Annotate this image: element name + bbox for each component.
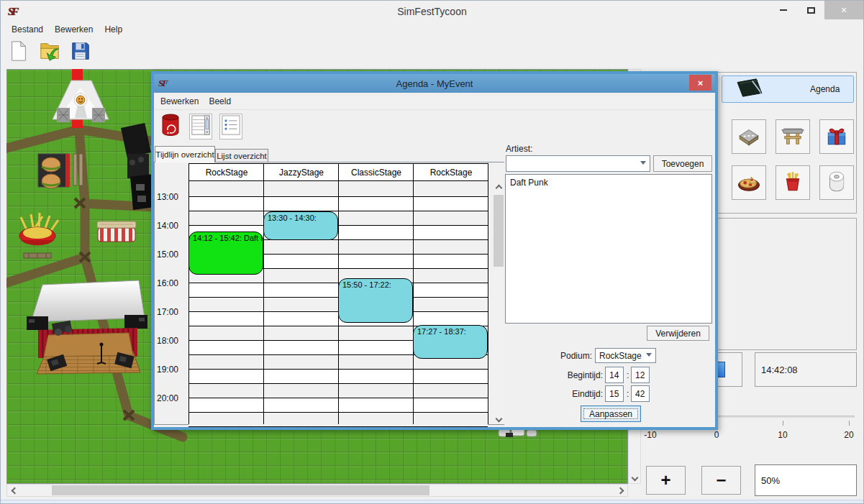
timeline-view-icon bbox=[191, 114, 211, 139]
slider-tick-label: -10 bbox=[636, 430, 665, 440]
zoom-out-button[interactable]: − bbox=[701, 466, 741, 495]
time-label: 14:00 bbox=[157, 221, 187, 231]
end-hour-field[interactable]: 15 bbox=[605, 385, 624, 402]
grid-column-line bbox=[263, 163, 264, 424]
window-title: SimFestTycoon bbox=[1, 6, 863, 17]
schedule-event-13-30[interactable]: 13:30 - 14:30: bbox=[263, 211, 338, 240]
maximize-button[interactable] bbox=[797, 1, 824, 19]
shop-item-torii-gate[interactable] bbox=[776, 119, 810, 154]
time-label: 13:00 bbox=[157, 192, 187, 202]
add-artist-button[interactable]: Toevoegen bbox=[653, 155, 712, 172]
time-label: 15:00 bbox=[157, 249, 187, 260]
schedule-event-14-12[interactable]: 14:12 - 15:42: Daft Punk bbox=[188, 232, 263, 275]
podium-label: Podium: bbox=[552, 351, 592, 361]
end-minute-field[interactable]: 42 bbox=[631, 385, 650, 402]
slider-tick-mark bbox=[849, 421, 850, 426]
remove-artist-button[interactable]: Verwijderen bbox=[647, 326, 709, 341]
begin-minute-field[interactable]: 12 bbox=[631, 367, 650, 383]
time-separator: : bbox=[627, 370, 629, 380]
fries-icon bbox=[781, 169, 805, 196]
time-label: 16:00 bbox=[157, 278, 187, 288]
apply-button[interactable]: Aanpassen bbox=[581, 406, 641, 422]
time-label: 18:00 bbox=[157, 336, 187, 346]
podium-combobox[interactable]: RockStage bbox=[595, 348, 656, 363]
tab-lijst-overzicht[interactable]: Lijst overzicht bbox=[215, 149, 268, 162]
podium-combobox-value: RockStage bbox=[599, 351, 642, 361]
new-file-icon bbox=[8, 40, 29, 65]
shop-item-pizza[interactable] bbox=[732, 165, 766, 200]
game-clock: 14:42:08 bbox=[755, 352, 857, 387]
main-menubar: BestandBewerkenHelp bbox=[1, 22, 863, 37]
schedule-scroll-up-icon[interactable] bbox=[493, 182, 504, 193]
schedule-scroll-down-icon[interactable] bbox=[493, 413, 504, 424]
zoom-in-button[interactable]: + bbox=[646, 466, 686, 495]
toilet-paper-icon bbox=[824, 169, 849, 196]
minimize-button[interactable] bbox=[770, 1, 797, 19]
dialog-logo-icon: SF bbox=[158, 78, 167, 89]
schedule-event-17-27[interactable]: 17:27 - 18:37: bbox=[413, 325, 488, 359]
menu-item-bestand[interactable]: Bestand bbox=[6, 23, 48, 36]
grid-column-line bbox=[188, 163, 189, 424]
main-window: SF SimFestTycoon × BestandBewerkenHelp bbox=[0, 0, 864, 504]
entrance-tent bbox=[53, 81, 109, 122]
agenda-dialog: Agenda - MyEvent SF × BewerkenBeeld Tijd… bbox=[151, 71, 718, 430]
schedule-scroll-thumb[interactable] bbox=[494, 195, 504, 267]
open-file-button[interactable] bbox=[37, 40, 62, 65]
schedule-event-15-50[interactable]: 15:50 - 17:22: bbox=[338, 278, 413, 322]
chevron-down-icon bbox=[646, 353, 652, 357]
delete-button[interactable] bbox=[159, 114, 182, 139]
main-stage bbox=[27, 280, 147, 374]
dialog-title: Agenda - MyEvent bbox=[154, 78, 715, 89]
grid-column-line bbox=[488, 163, 488, 424]
dialog-menu-item-bewerken[interactable]: Bewerken bbox=[155, 95, 204, 108]
begin-hour-field[interactable]: 14 bbox=[605, 367, 624, 383]
open-file-icon bbox=[39, 40, 60, 65]
schedule-scrollbar[interactable] bbox=[493, 162, 504, 424]
equipment-stack bbox=[121, 123, 155, 210]
stage-column-header: RockStage bbox=[414, 164, 488, 180]
info-panel bbox=[717, 218, 857, 350]
map-horizontal-scrollbar[interactable] bbox=[6, 484, 628, 497]
dialog-titlebar[interactable]: Agenda - MyEvent SF × bbox=[154, 74, 715, 93]
dialog-menu-item-beeld[interactable]: Beeld bbox=[204, 95, 236, 108]
timeline-view-button[interactable] bbox=[189, 114, 212, 139]
scroll-right-icon[interactable] bbox=[614, 485, 626, 496]
menu-item-bewerken[interactable]: Bewerken bbox=[50, 23, 98, 36]
stage-column-header: RockStage bbox=[189, 164, 264, 180]
close-button[interactable]: × bbox=[824, 1, 863, 19]
scroll-left-icon[interactable] bbox=[9, 485, 20, 496]
time-label: 20:00 bbox=[157, 393, 187, 403]
road-tile-icon bbox=[737, 123, 761, 150]
dialog-toolbar bbox=[154, 110, 715, 143]
agenda-notebook-icon bbox=[722, 77, 765, 101]
main-titlebar: SF SimFestTycoon × bbox=[1, 1, 863, 22]
zoom-level-field[interactable]: 50% bbox=[755, 464, 857, 496]
artist-combobox[interactable] bbox=[506, 155, 650, 172]
window-bottom-edge bbox=[1, 500, 863, 504]
map-hscroll-thumb[interactable] bbox=[52, 485, 429, 495]
agenda-button[interactable]: Agenda bbox=[722, 75, 854, 103]
scroll-down-icon[interactable] bbox=[629, 472, 640, 483]
save-file-button[interactable] bbox=[68, 40, 93, 65]
menu-item-help[interactable]: Help bbox=[99, 23, 127, 36]
shop-item-gift[interactable] bbox=[819, 119, 854, 154]
burger-stand bbox=[38, 154, 70, 188]
shop-item-toilet-paper[interactable] bbox=[819, 165, 854, 200]
gift-icon bbox=[824, 123, 849, 150]
dialog-close-button[interactable]: × bbox=[689, 75, 711, 91]
list-view-button[interactable] bbox=[219, 114, 242, 139]
artist-listbox[interactable]: Daft Punk bbox=[505, 174, 712, 324]
striped-stall bbox=[97, 221, 136, 242]
list-item-daft-punk[interactable]: Daft Punk bbox=[506, 175, 711, 188]
grid-column-line bbox=[413, 163, 414, 424]
time-label: 19:00 bbox=[157, 365, 187, 375]
list-view-icon bbox=[221, 114, 241, 139]
tab-tijdlijn-overzicht[interactable]: Tijdlijn overzicht bbox=[155, 146, 215, 162]
new-file-button[interactable] bbox=[6, 40, 31, 65]
slider-tick-label: 20 bbox=[835, 430, 863, 440]
delete-icon bbox=[160, 114, 181, 139]
shop-item-road-tile[interactable] bbox=[732, 119, 766, 154]
schedule-grid[interactable]: RockStageJazzyStageClassicStageRockStage… bbox=[154, 162, 504, 425]
shop-item-fries[interactable] bbox=[776, 165, 810, 200]
slider-tick-label: 10 bbox=[768, 430, 797, 440]
